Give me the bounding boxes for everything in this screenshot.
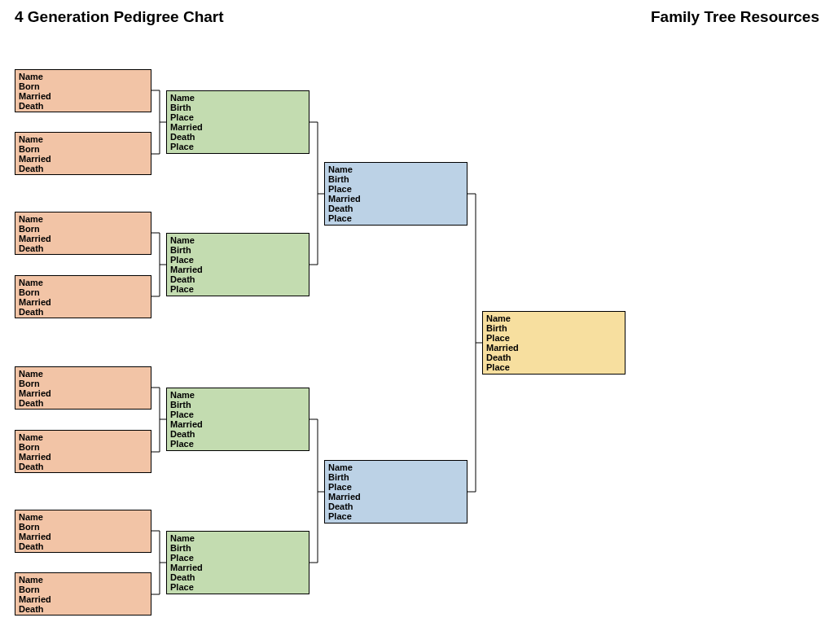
gen3-box-3: NameBirthPlaceMarriedDeathPlace [166, 388, 309, 451]
gen4-box-4: NameBornMarriedDeath [15, 275, 151, 318]
pedigree-canvas: NameBornMarriedDeath NameBornMarriedDeat… [0, 31, 834, 644]
gen2-box-2: NameBirthPlaceMarriedDeathPlace [324, 460, 467, 524]
gen3-box-1: NameBirthPlaceMarriedDeathPlace [166, 90, 309, 154]
gen4-box-3: NameBornMarriedDeath [15, 212, 151, 255]
header: 4 Generation Pedigree Chart Family Tree … [0, 0, 834, 31]
gen4-box-8: NameBornMarriedDeath [15, 572, 151, 616]
gen4-box-7: NameBornMarriedDeath [15, 510, 151, 553]
gen4-box-1: NameBornMarriedDeath [15, 69, 151, 112]
brand-title: Family Tree Resources [651, 8, 819, 26]
gen4-box-2: NameBornMarriedDeath [15, 132, 151, 175]
gen3-box-4: NameBirthPlaceMarriedDeathPlace [166, 531, 309, 594]
gen4-box-5: NameBornMarriedDeath [15, 366, 151, 410]
gen3-box-2: NameBirthPlaceMarriedDeathPlace [166, 233, 309, 296]
gen4-box-6: NameBornMarriedDeath [15, 430, 151, 473]
page-title: 4 Generation Pedigree Chart [15, 8, 224, 26]
gen1-box-1: NameBirthPlaceMarriedDeathPlace [482, 311, 626, 375]
gen2-box-1: NameBirthPlaceMarriedDeathPlace [324, 162, 467, 226]
